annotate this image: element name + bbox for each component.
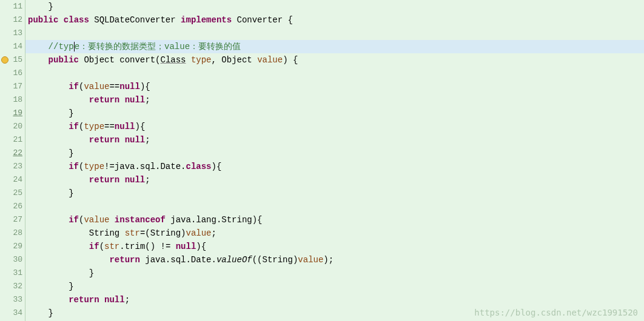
gutter-row: 24 [0, 173, 25, 187]
line-gutter: 11 12 13 14 15 16 17 18 19 20 21 22 23 2… [0, 0, 25, 321]
code-line[interactable]: } [25, 107, 644, 120]
gutter-row: 17 [0, 80, 25, 93]
code-line[interactable]: if(type==null){ [25, 120, 644, 133]
gutter-row: 30 [0, 253, 25, 266]
gutter-row: 29 [0, 240, 25, 253]
code-line[interactable]: public class SQLDateConverter implements… [25, 13, 644, 27]
gutter-row: 27 [0, 213, 25, 227]
gutter-row: 18 [0, 93, 25, 107]
gutter-row: 19 [0, 107, 25, 120]
code-line[interactable] [25, 200, 644, 213]
code-line[interactable]: if(str.trim() != null){ [25, 240, 644, 253]
code-line[interactable]: } [25, 306, 644, 320]
code-line[interactable]: } [25, 280, 644, 293]
code-line[interactable]: } [25, 266, 644, 280]
gutter-row: 32 [0, 280, 25, 293]
gutter-row: 25 [0, 187, 25, 200]
gutter-row: 28 [0, 227, 25, 240]
code-area[interactable]: } public class SQLDateConverter implemen… [25, 0, 644, 321]
code-line[interactable]: String str=(String)value; [25, 227, 644, 240]
code-line[interactable]: if(value instanceof java.lang.String){ [25, 213, 644, 227]
code-line[interactable]: return null; [25, 173, 644, 187]
gutter-row: 34 [0, 306, 25, 320]
gutter-row: 14 [0, 40, 25, 53]
code-line[interactable]: public Object convert(Class type, Object… [25, 53, 644, 67]
gutter-row: 22 [0, 147, 25, 160]
code-editor[interactable]: 11 12 13 14 15 16 17 18 19 20 21 22 23 2… [0, 0, 644, 321]
code-line[interactable]: return null; [25, 133, 644, 147]
gutter-row: 11 [0, 0, 25, 13]
code-line-highlighted[interactable]: //type：要转换的数据类型；value：要转换的值 [25, 40, 644, 53]
gutter-row: 16 [0, 67, 25, 80]
warning-icon [1, 56, 8, 64]
code-line[interactable]: if(value==null){ [25, 80, 644, 93]
code-line[interactable]: } [25, 0, 644, 13]
code-line[interactable]: if(type!=java.sql.Date.class){ [25, 160, 644, 173]
gutter-row: 33 [0, 293, 25, 306]
gutter-row: 13 [0, 27, 25, 40]
gutter-row: 15 [0, 53, 25, 67]
code-line[interactable] [25, 67, 644, 80]
code-line[interactable]: return null; [25, 93, 644, 107]
gutter-row: 31 [0, 266, 25, 280]
gutter-row: 21 [0, 133, 25, 147]
code-line[interactable] [25, 27, 644, 40]
code-line[interactable]: } [25, 187, 644, 200]
gutter-row: 20 [0, 120, 25, 133]
gutter-row: 12 [0, 13, 25, 27]
code-line[interactable]: return java.sql.Date.valueOf((String)val… [25, 253, 644, 266]
code-line[interactable]: return null; [25, 293, 644, 306]
gutter-row: 23 [0, 160, 25, 173]
gutter-row: 26 [0, 200, 25, 213]
code-line[interactable]: } [25, 147, 644, 160]
